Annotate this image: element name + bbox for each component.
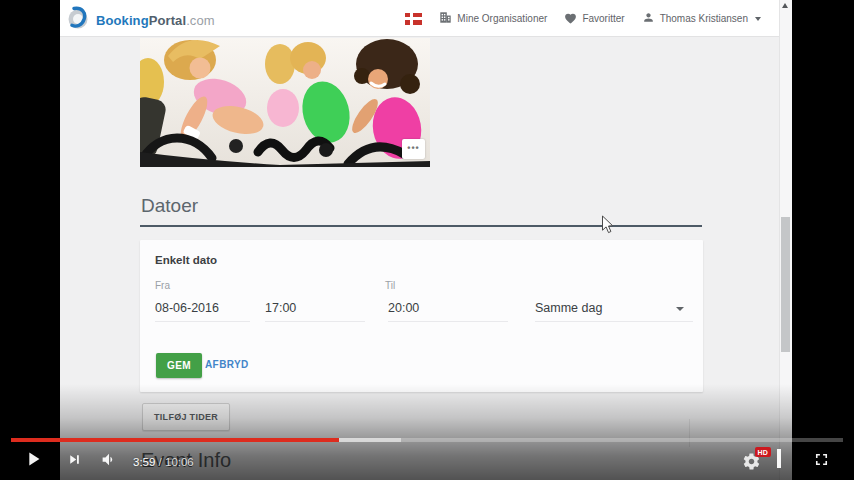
player-controls: 3:59 / 10:06 HD (0, 446, 854, 480)
save-button[interactable]: GEM (156, 353, 202, 378)
organizations-building-icon (439, 11, 452, 26)
duration-select[interactable]: Samme dag (535, 301, 602, 315)
play-icon (22, 448, 44, 470)
video-progress-bar[interactable] (11, 438, 843, 442)
site-logo[interactable]: BookingPortal.com (67, 6, 215, 34)
hd-quality-badge: HD (755, 447, 771, 457)
favorites-heart-icon (564, 12, 577, 26)
from-label: Fra (155, 280, 170, 291)
duration-underline (535, 321, 693, 322)
fullscreen-icon (812, 450, 831, 469)
single-date-card: Enkelt dato Fra Til 08-06-2016 17:00 20:… (140, 240, 703, 392)
volume-button[interactable] (100, 451, 118, 468)
site-logo-text: BookingPortal.com (96, 13, 215, 28)
play-button[interactable] (22, 448, 44, 470)
user-menu-caret-icon (755, 17, 761, 21)
nav-user-label: Thomas Kristiansen (660, 13, 748, 24)
bookingportal-logo-icon (67, 6, 89, 34)
add-times-button[interactable]: TILFØJ TIDER (142, 403, 230, 431)
more-options-icon: ••• (407, 143, 419, 153)
panel-edge-line (689, 419, 690, 447)
from-date-underline (155, 321, 250, 322)
card-title: Enkelt dato (155, 254, 217, 266)
progress-played (11, 438, 339, 442)
next-button[interactable] (66, 451, 83, 468)
nav-item-user-menu[interactable]: Thomas Kristiansen (642, 11, 761, 26)
time-duration: 10:06 (165, 456, 194, 468)
from-time-field[interactable]: 17:00 (265, 301, 296, 315)
youtube-video-frame[interactable]: BookingPortal.com M (0, 0, 854, 480)
nav-item-favorites[interactable]: Favoritter (564, 12, 624, 26)
nav-item-organizations[interactable]: Mine Organisationer (439, 11, 547, 26)
to-time-field[interactable]: 20:00 (388, 301, 419, 315)
section-title-datoer: Datoer (141, 195, 198, 217)
event-photo (140, 38, 430, 167)
section-divider (140, 225, 702, 227)
fullscreen-button[interactable] (812, 450, 831, 469)
photo-more-options-button[interactable]: ••• (402, 139, 425, 159)
page-scrollbar-thumb[interactable] (781, 217, 790, 352)
theater-mode-icon (777, 451, 781, 466)
time-separator: / (155, 456, 165, 468)
to-time-underline (388, 321, 508, 322)
site-header: BookingPortal.com M (60, 0, 779, 37)
to-label: Til (385, 280, 395, 291)
skip-next-icon (66, 451, 83, 468)
theater-mode-button[interactable] (777, 451, 781, 466)
cancel-button[interactable]: AFBRYD (205, 359, 249, 370)
from-date-field[interactable]: 08-06-2016 (155, 301, 219, 315)
danish-flag-icon[interactable] (405, 13, 422, 25)
time-current: 3:59 (133, 456, 155, 468)
scrollbar-up-arrow-icon[interactable] (782, 3, 788, 8)
nav-organizations-label: Mine Organisationer (457, 13, 547, 24)
time-display: 3:59 / 10:06 (133, 456, 194, 468)
from-time-underline (265, 321, 365, 322)
nav-favorites-label: Favoritter (582, 13, 624, 24)
user-person-icon (642, 11, 655, 26)
duration-caret-icon[interactable] (676, 307, 684, 311)
volume-icon (100, 451, 118, 468)
video-screen: BookingPortal.com M (60, 0, 792, 480)
header-nav: Mine Organisationer Favoritter (405, 0, 761, 37)
